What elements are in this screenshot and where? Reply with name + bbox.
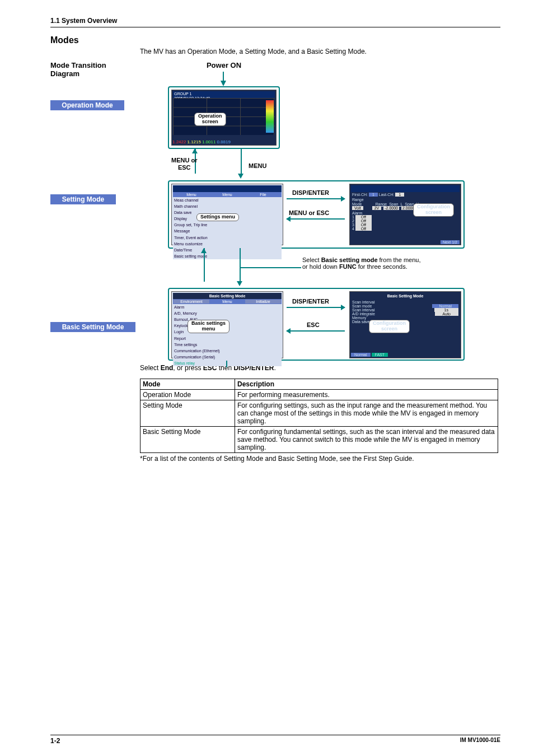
page-footer: 1-2 IM MV1000-01E [50, 735, 500, 745]
setting-config-tag: Configuration screen [413, 203, 454, 217]
disp-enter-key-label: DISP/ENTER [292, 189, 329, 197]
page-number: 1-2 [50, 737, 60, 745]
diagram-subtitle: Mode Transition Diagram [50, 61, 123, 78]
table-header-mode: Mode [140, 379, 235, 390]
intro-text: The MV has an Operation Mode, a Setting … [140, 48, 500, 55]
settings-menu-tag: Settings menu [196, 213, 239, 221]
page-title: Modes [50, 35, 500, 45]
basic-config-tag: Configuration screen [369, 320, 410, 333]
disp-enter-key-label-2: DISP/ENTER [292, 298, 329, 305]
doc-id: IM MV1000-01E [460, 737, 500, 745]
basic-mode-label: Basic Setting Mode [50, 322, 135, 332]
table-row: Basic Setting Mode For configuring funda… [140, 427, 498, 453]
basic-note-text: Select Basic setting mode from the menu,… [302, 256, 459, 270]
table-row: Operation Mode For performing measuremen… [140, 390, 498, 400]
table-row: Setting Mode For configuring settings, s… [140, 400, 498, 427]
modes-table: Mode Description Operation Mode For perf… [140, 379, 498, 453]
setting-config-thumb: First-CH: 1 Last-CH: 1 Range ModeRangeSp… [349, 184, 461, 245]
menu-esc-key-label: MENU or ESC [171, 157, 197, 171]
menu-or-esc-key-label: MENU or ESC [289, 209, 329, 217]
operation-screen-tag: Operation screen [194, 113, 226, 126]
table-footnote: *For a list of the contents of Setting M… [140, 455, 500, 463]
menu-key-label: MENU [249, 162, 266, 170]
settings-menu-thumb: Menu Menu File Meas channel Math channel… [171, 184, 283, 245]
operation-mode-label: Operation Mode [50, 100, 124, 110]
basic-menu-tag: Basic settings menu [188, 320, 229, 333]
power-on-label: Power ON [140, 61, 308, 69]
basic-menu-thumb: Basic Setting Mode Environment Menu Init… [171, 291, 283, 358]
operation-screen-thumb: GROUP 1 2005/01/23 12:34:48 1.2422 1.121… [171, 90, 277, 146]
esc-key-label: ESC [307, 321, 320, 329]
section-header: 1.1 System Overview [50, 17, 500, 27]
table-header-desc: Description [235, 379, 498, 390]
setting-mode-label: Setting Mode [50, 194, 116, 204]
basic-config-thumb: Basic Setting Mode Scan interval Scan mo… [349, 291, 461, 358]
